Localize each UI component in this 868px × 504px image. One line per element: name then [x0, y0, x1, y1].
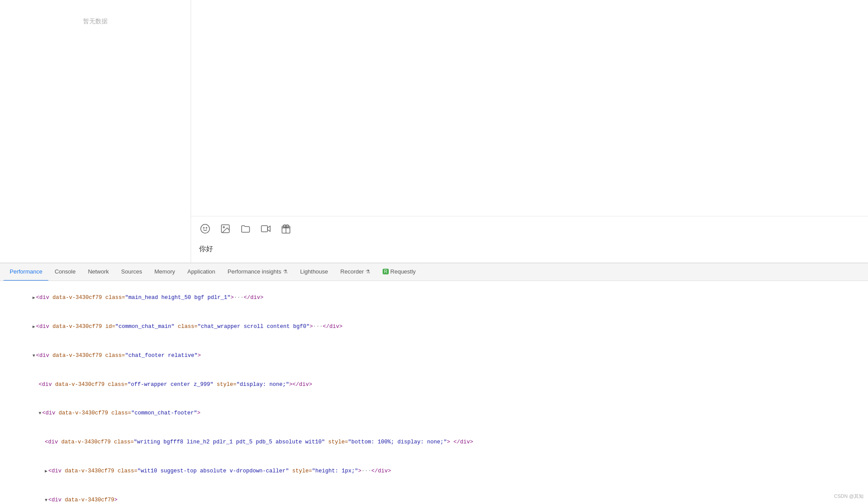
code-line-3[interactable]: ▼<div data-v-3430cf79 class="chat_footer…: [0, 342, 868, 371]
chat-text: 你好: [191, 241, 868, 263]
tab-recorder[interactable]: Recorder ⚗: [334, 263, 376, 281]
code-line-6[interactable]: <div data-v-3430cf79 class="writing bgff…: [0, 428, 868, 457]
tab-requestly[interactable]: R Requestly: [376, 263, 422, 281]
devtools-tabs: Performance Console Network Sources Memo…: [0, 263, 868, 281]
tab-sources[interactable]: Sources: [115, 263, 148, 281]
app-container: 暂无数据: [0, 0, 868, 504]
chat-input-area: 你好: [191, 0, 868, 263]
triangle-icon: ▶: [45, 469, 47, 474]
triangle-icon: ▶: [33, 324, 35, 329]
triangle-down-icon: ▼: [45, 498, 47, 503]
gift-icon[interactable]: [280, 223, 292, 235]
svg-rect-5: [261, 226, 268, 232]
chat-toolbar: [191, 216, 868, 241]
tab-console[interactable]: Console: [48, 263, 82, 281]
chat-area: 暂无数据: [0, 0, 868, 263]
tab-network[interactable]: Network: [82, 263, 115, 281]
tab-performance-insights[interactable]: Performance insights ⚗: [221, 263, 294, 281]
no-data-label: 暂无数据: [83, 18, 108, 25]
tab-performance[interactable]: Performance: [4, 263, 48, 281]
chat-spacer: [191, 0, 868, 216]
devtools-code-panel: ▶<div data-v-3430cf79 class="main_head h…: [0, 281, 868, 504]
svg-point-2: [206, 227, 207, 228]
image-icon[interactable]: [219, 223, 231, 235]
code-line-7[interactable]: ▶<div data-v-3430cf79 class="wit10 sugge…: [0, 457, 868, 486]
triangle-icon: ▶: [33, 295, 35, 300]
emoji-icon[interactable]: [199, 223, 211, 235]
requestly-badge-icon: R: [383, 269, 388, 274]
recorder-icon: ⚗: [365, 269, 370, 275]
triangle-down-icon: ▼: [33, 353, 35, 358]
tab-memory[interactable]: Memory: [148, 263, 181, 281]
triangle-down-icon: ▼: [39, 411, 41, 416]
code-line-2[interactable]: ▶<div data-v-3430cf79 id="common_chat_ma…: [0, 313, 868, 342]
right-content: 你好: [191, 0, 868, 263]
chat-input-text: 你好: [199, 245, 213, 252]
performance-insights-icon: ⚗: [283, 269, 288, 275]
tab-application[interactable]: Application: [181, 263, 221, 281]
devtools-panel: Performance Console Network Sources Memo…: [0, 263, 868, 504]
svg-point-0: [201, 224, 210, 233]
svg-point-1: [203, 227, 204, 228]
tab-lighthouse[interactable]: Lighthouse: [294, 263, 334, 281]
code-line-5[interactable]: ▼<div data-v-3430cf79 class="common_chat…: [0, 399, 868, 428]
left-sidebar: 暂无数据: [0, 0, 191, 263]
svg-point-4: [223, 227, 224, 228]
code-line-4[interactable]: <div data-v-3430cf79 class="off-wrapper …: [0, 370, 868, 399]
code-line-1[interactable]: ▶<div data-v-3430cf79 class="main_head h…: [0, 284, 868, 313]
video-icon[interactable]: [260, 223, 272, 235]
watermark: CSDN @其知: [834, 493, 864, 500]
code-line-8[interactable]: ▼<div data-v-3430cf79>: [0, 486, 868, 504]
folder-icon[interactable]: [239, 223, 252, 235]
